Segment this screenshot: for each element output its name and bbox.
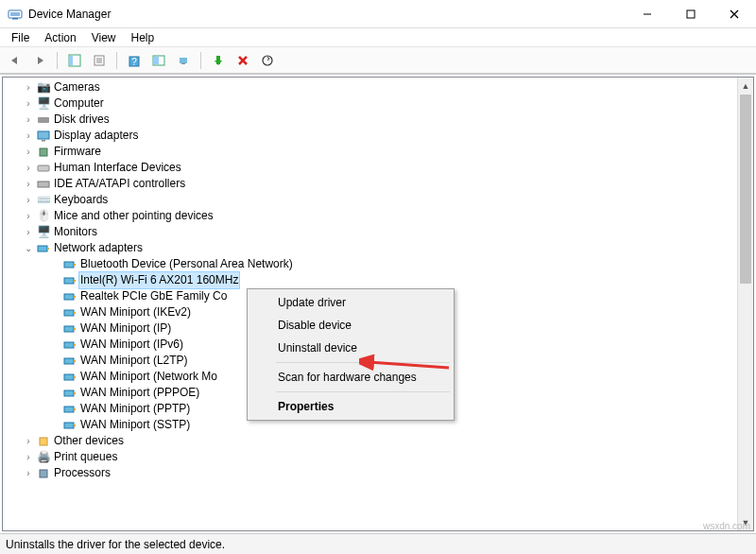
monitor-icon: 🖥️: [35, 224, 52, 240]
expand-icon[interactable]: ›: [22, 192, 35, 208]
svg-rect-28: [38, 182, 49, 187]
svg-rect-54: [40, 470, 47, 477]
svg-rect-31: [64, 262, 74, 268]
maximize-button[interactable]: [669, 0, 713, 27]
scroll-thumb[interactable]: [740, 95, 751, 284]
context-update-driver[interactable]: Update driver: [249, 291, 452, 314]
menubar: File Action View Help: [0, 28, 756, 47]
tree-node-hid[interactable]: › Human Interface Devices: [7, 160, 753, 176]
svg-rect-51: [64, 423, 74, 428]
svg-rect-29: [38, 246, 47, 251]
computer-icon: 🖥️: [35, 95, 52, 112]
expand-icon[interactable]: ›: [22, 128, 35, 144]
vertical-scrollbar[interactable]: ▲ ▼: [737, 78, 753, 530]
network-adapter-icon: [35, 243, 52, 254]
context-uninstall-device[interactable]: Uninstall device: [249, 337, 452, 359]
printer-icon: 🖨️: [35, 449, 52, 465]
tree-node-print-queues[interactable]: › 🖨️ Print queues: [7, 449, 753, 465]
network-adapter-icon: [61, 291, 78, 303]
titlebar: Device Manager: [0, 0, 756, 28]
network-adapter-icon: [61, 420, 78, 431]
camera-icon: 📷: [35, 79, 52, 95]
menu-view[interactable]: View: [84, 29, 124, 46]
tree-node-computer[interactable]: › 🖥️ Computer: [7, 95, 753, 112]
toolbar-showhide-button[interactable]: [63, 50, 86, 71]
tree-node-intel-wifi[interactable]: • Intel(R) Wi-Fi 6 AX201 160MHz: [7, 272, 753, 288]
hid-icon: [35, 164, 52, 173]
tree-node-network-adapters[interactable]: ⌄ Network adapters: [7, 240, 753, 256]
svg-rect-45: [64, 374, 74, 380]
tree-node-mice[interactable]: › 🖱️ Mice and other pointing devices: [7, 208, 753, 224]
svg-rect-1: [10, 12, 20, 16]
toolbar-back-button[interactable]: [4, 50, 26, 71]
svg-rect-17: [180, 58, 187, 63]
svg-rect-44: [74, 360, 76, 362]
svg-rect-30: [47, 248, 49, 250]
tree-node-disk-drives[interactable]: › Disk drives: [7, 112, 753, 128]
scroll-up-icon[interactable]: ▲: [738, 78, 753, 94]
network-adapter-icon: [61, 323, 78, 335]
device-tree[interactable]: › 📷 Cameras › 🖥️ Computer › Disk drives …: [3, 78, 753, 483]
tree-node-firmware[interactable]: › Firmware: [7, 144, 753, 160]
expand-icon[interactable]: ›: [22, 449, 35, 465]
svg-rect-40: [74, 328, 76, 330]
menu-file[interactable]: File: [4, 29, 37, 46]
svg-rect-26: [40, 148, 47, 156]
tree-node-other-devices[interactable]: › Other devices: [7, 433, 753, 449]
toolbar-details-button[interactable]: [147, 50, 170, 71]
expand-icon[interactable]: ›: [22, 160, 35, 176]
close-button[interactable]: [713, 0, 756, 27]
other-devices-icon: [35, 436, 52, 447]
processor-icon: [35, 468, 52, 479]
svg-rect-41: [64, 342, 74, 348]
svg-rect-35: [64, 294, 74, 300]
expand-icon[interactable]: ›: [22, 208, 35, 224]
svg-rect-2: [12, 18, 18, 20]
expand-icon[interactable]: ›: [22, 176, 35, 192]
tree-node-ide[interactable]: › IDE ATA/ATAPI controllers: [7, 176, 753, 192]
toolbar-enable-button[interactable]: [207, 50, 230, 71]
context-disable-device[interactable]: Disable device: [249, 314, 452, 337]
expand-icon[interactable]: ›: [22, 144, 35, 160]
tree-node-bluetooth-pan[interactable]: • Bluetooth Device (Personal Area Networ…: [7, 256, 753, 272]
expand-icon[interactable]: ›: [22, 224, 35, 240]
expand-icon[interactable]: ›: [22, 79, 35, 95]
toolbar-scan-button[interactable]: [256, 50, 279, 71]
expand-icon[interactable]: ›: [22, 95, 35, 112]
toolbar-separator: [200, 52, 201, 69]
svg-rect-25: [42, 140, 45, 142]
svg-text:?: ?: [131, 57, 137, 67]
expand-icon[interactable]: ›: [22, 465, 35, 481]
svg-rect-36: [74, 296, 76, 298]
menu-help[interactable]: Help: [124, 29, 163, 46]
tree-node-processors[interactable]: › Processors: [7, 465, 753, 481]
context-scan-hardware[interactable]: Scan for hardware changes: [249, 366, 452, 389]
svg-rect-43: [64, 358, 74, 364]
expand-icon[interactable]: ›: [22, 112, 35, 128]
toolbar-uninstall-button[interactable]: [232, 50, 254, 71]
context-separator: [276, 391, 450, 392]
toolbar-properties-button[interactable]: [88, 50, 111, 71]
tree-node-monitors[interactable]: › 🖥️ Monitors: [7, 224, 753, 240]
tree-node-keyboards[interactable]: › ⌨️ Keyboards: [7, 192, 753, 208]
toolbar-help-button[interactable]: ?: [123, 50, 146, 71]
tree-node-display-adapters[interactable]: › Display adapters: [7, 128, 753, 144]
toolbar-update-button[interactable]: [172, 50, 195, 71]
context-properties[interactable]: Properties: [249, 395, 452, 418]
ide-icon: [35, 180, 52, 189]
toolbar-forward-button[interactable]: [28, 50, 51, 71]
svg-rect-33: [64, 278, 74, 284]
network-adapter-icon: [61, 372, 78, 383]
minimize-button[interactable]: [626, 0, 669, 27]
svg-rect-4: [687, 10, 695, 18]
collapse-icon[interactable]: ⌄: [22, 240, 35, 256]
context-menu: Update driver Disable device Uninstall d…: [247, 288, 455, 421]
display-adapter-icon: [35, 130, 52, 142]
menu-action[interactable]: Action: [37, 29, 83, 46]
context-separator: [276, 362, 450, 363]
expand-icon[interactable]: ›: [22, 433, 35, 449]
tree-node-cameras[interactable]: › 📷 Cameras: [7, 79, 753, 95]
statusbar: Uninstalls the driver for the selected d…: [0, 533, 756, 554]
svg-rect-48: [74, 392, 76, 394]
svg-rect-49: [64, 407, 74, 412]
